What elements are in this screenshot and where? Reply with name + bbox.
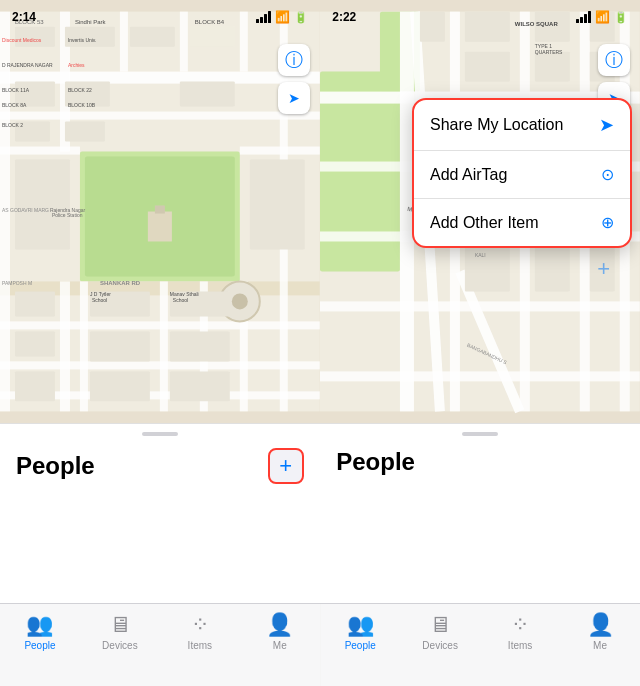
devices-icon: 🖥 (109, 612, 131, 638)
svg-rect-77 (320, 371, 640, 381)
right-bottom-sheet: People + (320, 423, 640, 603)
right-people-icon: 👥 (347, 612, 374, 638)
right-time: 2:22 (332, 10, 356, 24)
svg-text:BLOCK 10B: BLOCK 10B (68, 102, 96, 108)
right-status-icons: 📶 🔋 (576, 10, 628, 24)
me-icon: 👤 (266, 612, 293, 638)
left-status-bar: 2:14 📶 🔋 (0, 0, 320, 28)
svg-rect-36 (250, 160, 305, 250)
svg-text:AS GODAVRI MARG: AS GODAVRI MARG (2, 207, 49, 213)
left-wifi-icon: 📶 (275, 10, 290, 24)
svg-text:BLOCK 22: BLOCK 22 (68, 87, 92, 93)
svg-text:Police Station: Police Station (52, 212, 83, 218)
svg-rect-42 (170, 331, 230, 361)
svg-rect-37 (15, 291, 55, 316)
left-panel: BLOCK 53 Sindhi Park BLOCK B4 Discount M… (0, 0, 320, 686)
svg-text:Invertis Univ.: Invertis Univ. (68, 37, 96, 43)
left-tab-me[interactable]: 👤 Me (240, 612, 320, 651)
svg-text:Discount Medicos: Discount Medicos (2, 37, 42, 43)
right-tab-devices-label: Devices (422, 640, 458, 651)
left-tab-items-label: Items (188, 640, 212, 651)
svg-text:School: School (173, 297, 188, 303)
right-tab-items-label: Items (508, 640, 532, 651)
svg-text:Archies: Archies (68, 62, 85, 68)
svg-rect-44 (90, 371, 150, 401)
svg-rect-97 (535, 241, 570, 291)
svg-text:BLOCK 2: BLOCK 2 (2, 122, 23, 128)
share-my-location-label: Share My Location (430, 116, 563, 134)
svg-text:BLOCK 11A: BLOCK 11A (2, 87, 30, 93)
left-tab-items[interactable]: ⁘ Items (160, 612, 240, 651)
svg-text:QUARTERS: QUARTERS (535, 49, 563, 55)
add-other-item[interactable]: Add Other Item ⊕ (414, 199, 630, 246)
left-add-button[interactable]: + (268, 448, 304, 484)
right-tab-me-label: Me (593, 640, 607, 651)
left-map: BLOCK 53 Sindhi Park BLOCK B4 Discount M… (0, 0, 320, 423)
plus-icon: + (279, 453, 292, 479)
svg-rect-29 (190, 27, 235, 47)
add-airtag-item[interactable]: Add AirTag ⊙ (414, 151, 630, 199)
left-bottom-sheet: People + (0, 423, 320, 603)
right-drag-handle (462, 432, 498, 436)
right-add-button[interactable]: + (597, 256, 610, 282)
items-icon: ⁘ (191, 612, 209, 638)
svg-text:BLOCK 8A: BLOCK 8A (2, 102, 27, 108)
svg-rect-28 (130, 27, 175, 47)
left-map-controls: ⓘ ➤ (278, 44, 310, 114)
left-status-icons: 📶 🔋 (256, 10, 308, 24)
right-tab-devices[interactable]: 🖥 Devices (400, 612, 480, 651)
svg-rect-35 (15, 160, 70, 250)
right-items-icon: ⁘ (511, 612, 529, 638)
right-tab-items[interactable]: ⁘ Items (480, 612, 560, 651)
left-tab-people[interactable]: 👥 People (0, 612, 80, 651)
right-tab-me[interactable]: 👤 Me (560, 612, 640, 651)
left-tab-me-label: Me (273, 640, 287, 651)
add-other-label: Add Other Item (430, 214, 539, 232)
right-section-title: People (336, 448, 415, 476)
svg-rect-6 (0, 112, 320, 120)
left-info-button[interactable]: ⓘ (278, 44, 310, 76)
svg-rect-32 (180, 82, 235, 107)
right-info-icon: ⓘ (605, 48, 623, 72)
svg-text:D RAJENDRA NAGAR: D RAJENDRA NAGAR (2, 62, 53, 68)
svg-rect-34 (65, 122, 105, 142)
right-panel: WILSO SQUAR TYPE 1 QUARTERS BLOCK H TYPE… (320, 0, 640, 686)
people-icon: 👥 (26, 612, 53, 638)
left-tab-people-label: People (24, 640, 55, 651)
left-tab-bar: 👥 People 🖥 Devices ⁘ Items 👤 Me (0, 603, 320, 686)
right-signal-icon (576, 11, 591, 23)
right-devices-icon: 🖥 (429, 612, 451, 638)
svg-rect-15 (60, 281, 70, 411)
left-signal-icon (256, 11, 271, 23)
right-tab-people-label: People (345, 640, 376, 651)
add-other-icon: ⊕ (601, 213, 614, 232)
svg-rect-87 (465, 52, 510, 82)
left-time: 2:14 (12, 10, 36, 24)
airtag-icon: ⊙ (601, 165, 614, 184)
right-me-icon: 👤 (587, 612, 614, 638)
svg-rect-96 (465, 241, 510, 291)
left-location-button[interactable]: ➤ (278, 82, 310, 114)
left-section-title: People (16, 452, 95, 480)
svg-point-25 (232, 293, 248, 309)
right-tab-bar: 👥 People 🖥 Devices ⁘ Items 👤 Me (320, 603, 640, 686)
add-airtag-label: Add AirTag (430, 166, 507, 184)
svg-rect-19 (80, 281, 88, 411)
right-wifi-icon: 📶 (595, 10, 610, 24)
info-icon: ⓘ (285, 48, 303, 72)
right-section-header: People + (320, 444, 640, 484)
location-icon: ➤ (288, 90, 300, 106)
svg-text:KALI: KALI (475, 252, 486, 258)
svg-rect-3 (148, 212, 172, 242)
right-info-button[interactable]: ⓘ (598, 44, 630, 76)
svg-rect-88 (535, 52, 570, 82)
left-tab-devices[interactable]: 🖥 Devices (80, 612, 160, 651)
svg-rect-43 (15, 371, 55, 401)
right-tab-people[interactable]: 👥 People (320, 612, 400, 651)
right-battery-icon: 🔋 (614, 11, 628, 24)
left-battery-icon: 🔋 (294, 11, 308, 24)
share-location-icon: ➤ (599, 114, 614, 136)
svg-text:PAMPOSH M: PAMPOSH M (2, 280, 32, 286)
svg-rect-41 (90, 331, 150, 361)
share-my-location-item[interactable]: Share My Location ➤ (414, 100, 630, 151)
